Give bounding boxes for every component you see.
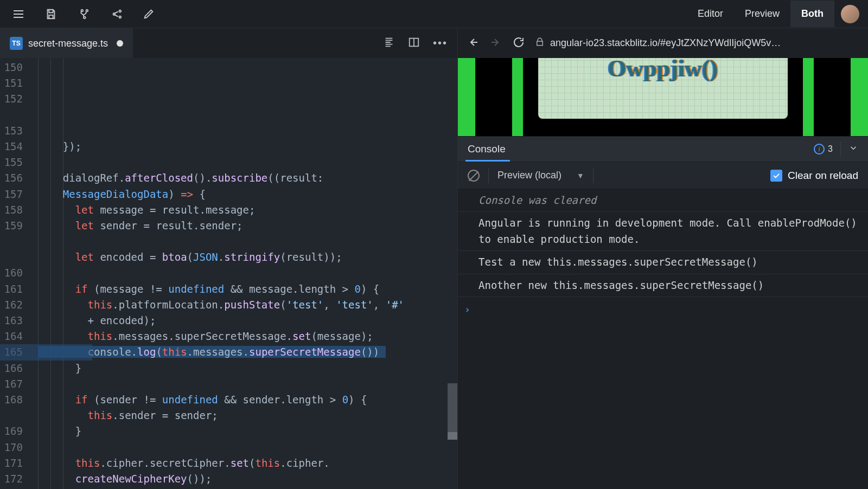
save-icon[interactable] xyxy=(43,7,59,22)
console-message: Another new this.messages.superSecretMes… xyxy=(458,274,868,297)
avatar[interactable] xyxy=(841,5,859,23)
console-count-badge: i 3 xyxy=(814,144,833,155)
nav-forward-icon[interactable] xyxy=(489,36,502,51)
menu-icon[interactable] xyxy=(11,7,26,22)
code-editor[interactable]: 1501511521531541551561571581591601611621… xyxy=(0,58,457,489)
url-text[interactable]: angular-io23.stackblitz.io/#eyJtZXNzYWdl… xyxy=(550,37,781,49)
preview-toolbar: angular-io23.stackblitz.io/#eyJtZXNzYWdl… xyxy=(457,28,868,58)
dirty-indicator-icon xyxy=(117,40,123,47)
reload-icon[interactable] xyxy=(512,36,525,51)
scope-label: Preview (local) xyxy=(497,170,561,181)
console-tab[interactable]: Console xyxy=(468,137,506,162)
console-controls: Preview (local) ▼ Clear on reload xyxy=(458,162,868,189)
clear-on-reload-toggle[interactable]: Clear on reload xyxy=(770,170,858,182)
console-body[interactable]: Console was clearedAngular is running in… xyxy=(458,189,868,489)
more-icon[interactable]: ••• xyxy=(433,37,448,49)
clear-console-icon[interactable] xyxy=(468,170,480,182)
nav-back-icon[interactable] xyxy=(467,36,480,51)
editor-tab-bar: TS secret-message.ts ••• xyxy=(0,28,457,58)
file-tab[interactable]: TS secret-message.ts xyxy=(0,28,133,58)
lock-icon xyxy=(535,37,545,49)
console-header: Console i 3 xyxy=(458,136,868,162)
preview-card: Owppjiw() xyxy=(538,58,788,119)
chevron-down-icon[interactable] xyxy=(848,143,858,155)
console-message: Angular is running in development mode. … xyxy=(458,212,868,251)
view-tab-both[interactable]: Both xyxy=(790,1,834,27)
console-count: 3 xyxy=(828,144,833,154)
checkbox-icon[interactable] xyxy=(770,170,782,182)
top-toolbar: Editor Preview Both xyxy=(0,0,868,28)
preview-text: Owppjiw() xyxy=(608,58,718,82)
ts-icon: TS xyxy=(10,37,23,50)
view-tab-preview[interactable]: Preview xyxy=(734,1,790,27)
fork-icon[interactable] xyxy=(76,7,91,22)
file-tab-label: secret-message.ts xyxy=(28,38,108,49)
scope-select[interactable]: Preview (local) ▼ xyxy=(497,170,584,181)
format-icon[interactable] xyxy=(383,36,395,50)
console-prompt[interactable]: › xyxy=(458,297,868,321)
preview-frame[interactable]: Owppjiw() xyxy=(458,58,868,136)
scrollbar-track[interactable] xyxy=(448,383,457,432)
clear-on-reload-label: Clear on reload xyxy=(788,170,858,182)
console-message: Console was cleared xyxy=(458,189,868,212)
preview-pane: Owppjiw() Console i 3 Preview (local) ▼ xyxy=(457,58,868,489)
view-tabs: Editor Preview Both xyxy=(687,1,834,27)
code-area[interactable]: }); dialogRef.afterClosed().subscribe((r… xyxy=(38,58,457,489)
split-icon[interactable] xyxy=(408,36,420,50)
view-tab-editor[interactable]: Editor xyxy=(687,1,734,27)
line-gutter: 1501511521531541551561571581591601611621… xyxy=(0,58,38,489)
chevron-right-icon: › xyxy=(464,304,470,315)
edit-icon[interactable] xyxy=(141,7,156,22)
info-icon: i xyxy=(814,144,825,155)
scrollbar-thumb[interactable] xyxy=(448,432,457,440)
caret-down-icon: ▼ xyxy=(577,171,584,180)
console-message: Test a new this.messages.superSecretMess… xyxy=(458,251,868,274)
share-icon[interactable] xyxy=(108,7,124,22)
